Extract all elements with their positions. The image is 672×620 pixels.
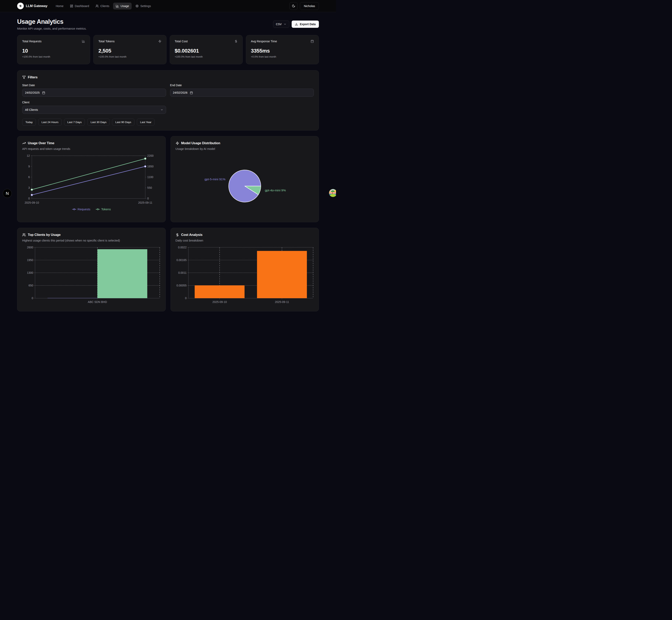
export-data-button[interactable]: Export Data bbox=[292, 20, 319, 28]
svg-text:0.0022: 0.0022 bbox=[178, 246, 187, 249]
chevron-down-icon bbox=[160, 108, 163, 111]
nextjs-dev-badge[interactable]: N bbox=[3, 189, 12, 198]
calendar-icon[interactable] bbox=[190, 91, 193, 94]
svg-text:ABC SDN BHD: ABC SDN BHD bbox=[88, 301, 107, 304]
svg-text:6: 6 bbox=[28, 175, 30, 179]
filters-panel: Filters Start Date 24/02/2025 End Date 2… bbox=[17, 70, 319, 131]
legend-item-requests: Requests bbox=[72, 207, 90, 211]
svg-text:0: 0 bbox=[32, 297, 33, 300]
stat-card-total-requests: Total Requests 10 +100.0% from last mont… bbox=[17, 35, 90, 64]
calendar-icon[interactable] bbox=[42, 91, 45, 94]
layout-dashboard-icon bbox=[70, 4, 73, 8]
theme-toggle-button[interactable] bbox=[289, 2, 297, 10]
nav-item-usage[interactable]: Usage bbox=[113, 3, 132, 9]
svg-text:650: 650 bbox=[29, 284, 34, 287]
main-content: Usage Analytics Monitor API usage, costs… bbox=[0, 12, 336, 317]
svg-text:1650: 1650 bbox=[147, 165, 154, 168]
zap-icon bbox=[158, 40, 161, 43]
trending-up-icon bbox=[22, 141, 26, 145]
gear-icon bbox=[136, 4, 139, 8]
client-select[interactable]: All Clients bbox=[22, 106, 166, 114]
chevron-down-icon bbox=[284, 23, 286, 25]
users-icon bbox=[22, 233, 26, 237]
svg-text:2025-09-10: 2025-09-10 bbox=[25, 201, 39, 204]
page-title: Usage Analytics bbox=[17, 18, 87, 25]
tropical-island-icon bbox=[329, 189, 336, 197]
svg-text:0: 0 bbox=[185, 297, 187, 300]
stat-card-avg-response-time: Avg Response Time 3355ms +0.0% from last… bbox=[246, 35, 319, 64]
model-distribution-card: Model Usage Distribution Usage breakdown… bbox=[171, 136, 319, 222]
model-distribution-pie-chart: gpt-5-mini 91%gpt-4o-mini 9% bbox=[176, 153, 314, 217]
svg-text:0: 0 bbox=[28, 197, 30, 200]
charts-row-2: Top Clients by Usage Highest usage clien… bbox=[17, 228, 319, 311]
brand-name: LLM Gateway bbox=[26, 4, 47, 8]
stat-change: +100.0% from last month bbox=[98, 55, 161, 58]
brand-logo-zap-icon bbox=[17, 3, 24, 9]
svg-text:3: 3 bbox=[28, 186, 30, 189]
nav-item-home[interactable]: Home bbox=[53, 3, 66, 9]
quick-range-last-90-days[interactable]: Last 90 Days bbox=[112, 119, 135, 125]
quick-range-last-7-days[interactable]: Last 7 Days bbox=[64, 119, 85, 125]
svg-text:2600: 2600 bbox=[27, 246, 33, 249]
stat-card-total-tokens: Total Tokens 2,505 +100.0% from last mon… bbox=[93, 35, 166, 64]
svg-text:0.00165: 0.00165 bbox=[176, 258, 187, 262]
bar-chart-icon bbox=[116, 4, 119, 8]
svg-text:1300: 1300 bbox=[27, 271, 33, 274]
moon-icon bbox=[292, 4, 295, 8]
nav-item-dashboard[interactable]: Dashboard bbox=[67, 3, 92, 9]
svg-text:1100: 1100 bbox=[147, 175, 153, 179]
nav-links: Home Dashboard Clients Usage Settings bbox=[53, 3, 153, 9]
svg-text:2025-09-11: 2025-09-11 bbox=[138, 201, 152, 204]
zap-icon bbox=[176, 141, 179, 145]
island-extension-button[interactable] bbox=[329, 189, 336, 197]
svg-text:12: 12 bbox=[27, 154, 30, 157]
usage-line-chart-legend: RequestsTokens bbox=[22, 207, 161, 211]
top-clients-bar-chart: 0650130019502600ABC SDN BHD bbox=[22, 245, 161, 305]
svg-text:gpt-5-mini 91%: gpt-5-mini 91% bbox=[204, 177, 225, 181]
end-date-input[interactable]: 24/02/2026 bbox=[170, 89, 314, 97]
stat-change: +100.0% from last month bbox=[175, 55, 238, 58]
page-header: Usage Analytics Monitor API usage, costs… bbox=[17, 18, 319, 30]
cost-analysis-card: Cost Analysis Daily cost breakdown 00.00… bbox=[171, 228, 319, 311]
nav-item-clients[interactable]: Clients bbox=[93, 3, 112, 9]
filters-title: Filters bbox=[28, 75, 38, 79]
svg-text:gpt-4o-mini 9%: gpt-4o-mini 9% bbox=[265, 189, 286, 192]
client-label: Client bbox=[22, 101, 166, 104]
quick-range-today[interactable]: Today bbox=[22, 119, 36, 125]
svg-text:550: 550 bbox=[147, 186, 152, 189]
quick-range-last-30-days[interactable]: Last 30 Days bbox=[87, 119, 110, 125]
svg-text:0.0011: 0.0011 bbox=[178, 271, 187, 274]
start-date-label: Start Date bbox=[22, 84, 166, 87]
top-clients-card: Top Clients by Usage Highest usage clien… bbox=[17, 228, 166, 311]
usage-over-time-card: Usage Over Time API requests and token u… bbox=[17, 136, 166, 222]
stat-value: $0.002601 bbox=[175, 48, 238, 54]
dollar-icon bbox=[176, 233, 179, 237]
stat-change: +0.0% from last month bbox=[251, 55, 314, 58]
svg-text:1950: 1950 bbox=[27, 258, 33, 262]
svg-text:0.00055: 0.00055 bbox=[176, 284, 187, 287]
svg-text:9: 9 bbox=[28, 165, 30, 168]
quick-range-last-year[interactable]: Last Year bbox=[137, 119, 155, 125]
start-date-input[interactable]: 24/02/2025 bbox=[22, 89, 166, 97]
nav-item-settings[interactable]: Settings bbox=[133, 3, 153, 9]
dollar-icon bbox=[234, 40, 238, 43]
usage-line-chart: 00355061100916501222002025-09-102025-09-… bbox=[22, 153, 161, 207]
users-icon bbox=[96, 4, 99, 8]
svg-text:0: 0 bbox=[147, 197, 149, 200]
stat-change: +100.0% from last month bbox=[22, 55, 85, 58]
user-menu-button[interactable]: Nicholas bbox=[300, 2, 319, 10]
brand[interactable]: LLM Gateway bbox=[17, 3, 47, 9]
stat-value: 2,505 bbox=[98, 48, 161, 54]
export-format-select[interactable]: CSV bbox=[273, 20, 289, 28]
legend-item-tokens: Tokens bbox=[96, 207, 111, 211]
charts-row-1: Usage Over Time API requests and token u… bbox=[17, 136, 319, 222]
stats-grid: Total Requests 10 +100.0% from last mont… bbox=[17, 35, 319, 64]
calendar-icon bbox=[310, 40, 314, 43]
filter-funnel-icon bbox=[22, 75, 26, 79]
svg-text:2025-09-11: 2025-09-11 bbox=[275, 301, 289, 304]
stat-value: 10 bbox=[22, 48, 85, 54]
stat-card-total-cost: Total Cost $0.002601 +100.0% from last m… bbox=[170, 35, 243, 64]
quick-range-last-24-hours[interactable]: Last 24 Hours bbox=[38, 119, 62, 125]
quick-range-buttons: Today Last 24 Hours Last 7 Days Last 30 … bbox=[22, 119, 314, 125]
bar-chart-icon bbox=[82, 40, 85, 43]
